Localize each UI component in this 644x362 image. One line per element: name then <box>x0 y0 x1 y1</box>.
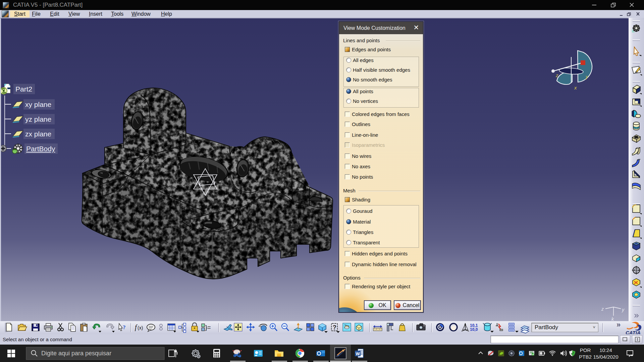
svg-text:}=: }= <box>205 324 211 331</box>
svg-text:x: x <box>574 85 577 90</box>
svg-text:»: » <box>616 321 621 329</box>
svg-text:?: ? <box>333 324 336 331</box>
svg-text:POR: POR <box>580 347 591 353</box>
svg-text:10:24: 10:24 <box>599 347 612 353</box>
svg-text:W: W <box>356 351 360 356</box>
svg-text:15/04/2020: 15/04/2020 <box>593 354 618 360</box>
svg-text:Part2: Part2 <box>15 85 32 93</box>
svg-text:Digite aqui para pesquisar: Digite aqui para pesquisar <box>41 350 111 357</box>
svg-text:PartBody: PartBody <box>26 145 55 153</box>
svg-text:k: k <box>611 316 614 321</box>
svg-text:z: z <box>601 306 604 312</box>
svg-text:z: z <box>555 72 558 78</box>
svg-text:y: y <box>622 307 625 312</box>
svg-text:yz plane: yz plane <box>25 115 51 123</box>
svg-text:f: f <box>135 323 138 331</box>
svg-text:PTB2: PTB2 <box>579 354 592 360</box>
svg-text:(x): (x) <box>138 325 143 330</box>
svg-text:?: ? <box>123 324 126 330</box>
svg-text:zx plane: zx plane <box>25 130 51 138</box>
svg-text:xy plane: xy plane <box>25 101 51 108</box>
svg-text:10,0: 10,0 <box>470 327 478 332</box>
